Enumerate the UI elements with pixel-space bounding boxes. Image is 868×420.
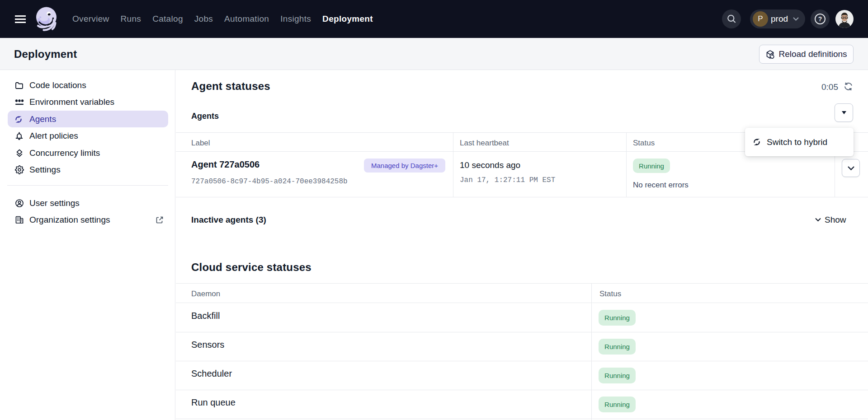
- svg-text:?: ?: [818, 15, 822, 23]
